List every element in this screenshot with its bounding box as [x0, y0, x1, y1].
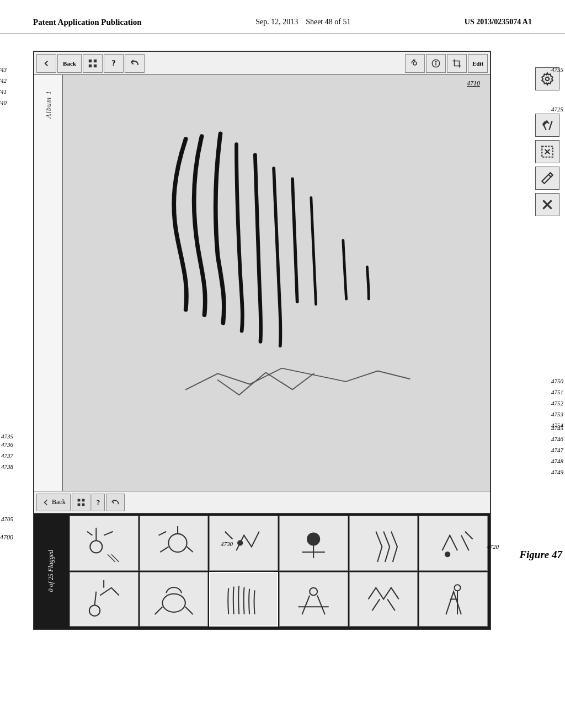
svg-rect-1: [94, 59, 97, 62]
device-frame: Back ?: [33, 51, 491, 630]
svg-line-33: [185, 607, 193, 614]
svg-line-22: [225, 532, 232, 539]
undo-nav-button[interactable]: [106, 494, 125, 511]
annot-4740: 4740: [0, 99, 7, 106]
thumbnail-5[interactable]: [349, 516, 418, 571]
svg-rect-10: [77, 503, 80, 506]
patent-header: Patent Application Publication Sep. 12, …: [0, 0, 565, 34]
back-nav-button[interactable]: back: [36, 494, 71, 511]
eraser-button[interactable]: [535, 114, 559, 137]
svg-line-18: [160, 547, 168, 553]
annot-4737: 4737: [1, 452, 13, 459]
annot-4742: 4742: [0, 77, 7, 84]
crop-button[interactable]: [447, 54, 467, 73]
annot-4720: 4720: [487, 543, 499, 550]
figure-area: 4700 Back ?: [0, 34, 565, 646]
album-label: Album 1: [44, 90, 53, 119]
undo-button[interactable]: [125, 54, 145, 73]
drawing-canvas[interactable]: 4710: [63, 75, 490, 491]
svg-rect-9: [82, 499, 84, 501]
flagged-label: 0 of 25 Flagged: [47, 550, 55, 592]
drawing-svg: [63, 75, 490, 491]
left-sidebar: Album 1: [34, 75, 63, 491]
svg-point-23: [307, 533, 319, 545]
annot-4750: 4750: [551, 378, 563, 384]
svg-line-19: [186, 547, 193, 553]
patent-date: Sep. 12, 2013 Sheet 48 of 51: [255, 17, 350, 26]
right-panel: [535, 67, 559, 216]
draw-button[interactable]: [535, 167, 559, 190]
annot-4752: 4752: [551, 400, 563, 406]
annot-4741: 4741: [0, 88, 7, 95]
annot-4751: 4751: [551, 389, 563, 395]
annot-4747: 4747: [551, 447, 563, 453]
svg-point-28: [89, 605, 100, 615]
svg-line-15: [87, 532, 93, 536]
thumbnail-1[interactable]: [70, 516, 138, 571]
strip-label-container: 0 of 25 Flagged: [34, 513, 67, 629]
svg-point-26: [445, 552, 449, 556]
back-label-button[interactable]: Back: [57, 54, 82, 73]
annot-4745: 4745: [551, 425, 563, 431]
thumbnail-2[interactable]: [140, 516, 209, 571]
thumbnail-12[interactable]: [419, 572, 488, 627]
annot-4725: 4725: [551, 106, 563, 113]
bottom-thumbnail-strip: 0 of 25 Flagged: [34, 513, 490, 629]
thumbnail-7[interactable]: [70, 572, 138, 627]
grid-button[interactable]: [83, 54, 103, 73]
top-toolbar: Back ?: [34, 52, 490, 75]
grid-nav-button[interactable]: [72, 494, 90, 511]
thumbnail-10[interactable]: [279, 572, 348, 627]
svg-rect-2: [89, 64, 92, 67]
patent-title: Patent Application Publication: [33, 17, 142, 28]
svg-point-4: [413, 62, 417, 65]
annot-4705: 4705: [1, 516, 13, 522]
annot-4755: 4755: [551, 66, 563, 73]
thumbnail-4[interactable]: [279, 516, 348, 571]
annot-4753: 4753: [551, 411, 563, 417]
svg-line-32: [154, 607, 162, 614]
svg-point-39: [544, 122, 546, 124]
annot-4700: 4700: [0, 533, 13, 542]
annot-4738: 4738: [1, 463, 13, 470]
figure-label: Figure 47: [519, 549, 562, 561]
close-button[interactable]: [535, 193, 559, 216]
back-button[interactable]: [36, 54, 56, 73]
rotate-button[interactable]: [405, 54, 425, 73]
thumbnail-11[interactable]: [349, 572, 418, 627]
help-button[interactable]: ?: [104, 54, 124, 73]
edit-button[interactable]: Edit: [468, 54, 488, 73]
svg-rect-11: [82, 503, 84, 506]
svg-point-36: [454, 585, 460, 591]
svg-point-21: [238, 541, 242, 545]
help-nav-button[interactable]: ?: [92, 494, 105, 511]
svg-point-41: [543, 124, 544, 125]
thumbnail-8[interactable]: [140, 572, 209, 627]
thumbnail-grid: [67, 513, 490, 629]
svg-point-31: [162, 594, 185, 612]
svg-line-20: [158, 532, 166, 536]
svg-rect-8: [77, 499, 80, 501]
svg-point-40: [546, 121, 547, 122]
svg-point-34: [310, 588, 317, 596]
svg-point-38: [546, 77, 550, 81]
annot-4748: 4748: [551, 458, 563, 464]
annot-4743: 4743: [0, 66, 7, 73]
svg-point-16: [168, 534, 186, 552]
svg-line-29: [95, 591, 97, 605]
select-button[interactable]: [535, 140, 559, 163]
info-button[interactable]: [426, 54, 446, 73]
bottom-nav: back ?: [34, 491, 490, 513]
svg-point-7: [435, 61, 436, 62]
svg-line-14: [104, 532, 113, 536]
thumbnail-6[interactable]: [419, 516, 488, 571]
svg-point-12: [90, 541, 102, 553]
patent-number: US 2013/0235074 A1: [465, 17, 532, 26]
svg-line-43: [548, 175, 551, 177]
thumbnail-3[interactable]: [209, 516, 278, 571]
annot-4736: 4736: [1, 441, 13, 448]
content-area: Album 1 4710: [34, 75, 490, 491]
annot-4735: 4735: [1, 433, 13, 440]
thumbnail-9-selected[interactable]: [209, 572, 278, 627]
svg-rect-0: [89, 59, 92, 62]
